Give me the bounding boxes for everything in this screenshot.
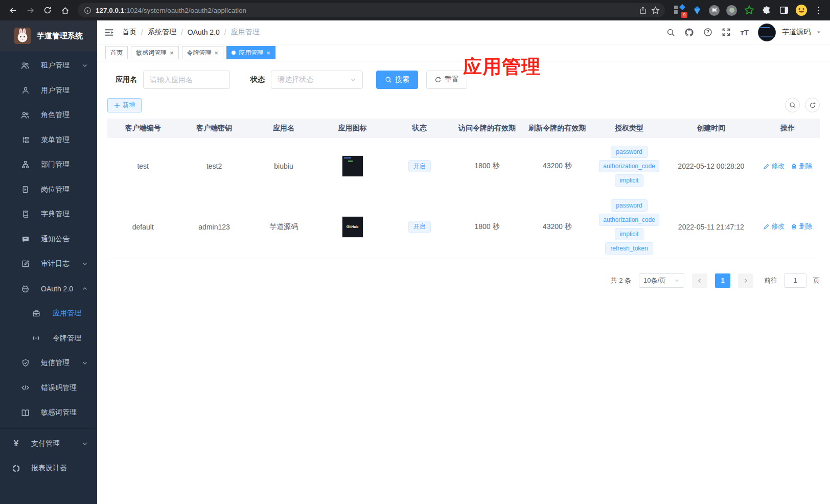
user-caret-down-icon[interactable] bbox=[816, 29, 822, 35]
extension-green-star-icon[interactable] bbox=[743, 4, 755, 17]
sidebar-item-user[interactable]: 用户管理 bbox=[0, 78, 97, 103]
add-button[interactable]: 新增 bbox=[107, 98, 142, 112]
extension-gem-icon[interactable] bbox=[690, 4, 703, 17]
topbar: 首页/系统管理/OAuth 2.0/应用管理 тT 芋道源码 bbox=[97, 20, 830, 44]
sidebar-item-dept[interactable]: 部门管理 bbox=[0, 152, 97, 177]
yen-icon: ¥ bbox=[12, 439, 20, 448]
username[interactable]: 芋道源码 bbox=[782, 28, 811, 37]
sidebar-item-label: 敏感词管理 bbox=[41, 408, 77, 417]
sidebar-item-label: 令牌管理 bbox=[53, 334, 81, 343]
cell-actions: 修改删除 bbox=[755, 195, 820, 259]
github-icon[interactable] bbox=[684, 28, 694, 37]
cell-actions: 修改删除 bbox=[755, 138, 820, 195]
header-search-icon[interactable] bbox=[666, 28, 675, 37]
tabs-bar: 首页敏感词管理×令牌管理×应用管理× bbox=[97, 44, 830, 61]
shield-icon bbox=[21, 359, 30, 368]
breadcrumb-item[interactable]: 系统管理 bbox=[148, 28, 176, 37]
column-header-secret: 客户端密钥 bbox=[178, 119, 249, 138]
sidebar-item-oauth-app[interactable]: 应用管理 bbox=[0, 301, 97, 326]
font-size-icon[interactable]: тT bbox=[740, 28, 749, 37]
page-goto-input[interactable] bbox=[784, 273, 806, 288]
show-search-toggle-button[interactable] bbox=[785, 98, 800, 112]
browser-reload-icon[interactable] bbox=[40, 3, 55, 18]
page-number-button[interactable]: 1 bbox=[715, 273, 730, 288]
tab-敏感词管理[interactable]: 敏感词管理× bbox=[131, 46, 179, 59]
browser-home-icon[interactable] bbox=[57, 3, 73, 18]
sidebar-item-audit[interactable]: 审计日志 bbox=[0, 251, 97, 277]
column-header-grants: 授权类型 bbox=[592, 119, 666, 138]
breadcrumb-item[interactable]: 首页 bbox=[122, 28, 136, 37]
reset-button[interactable]: 重置 bbox=[426, 71, 467, 89]
profile-avatar-emoji-icon[interactable] bbox=[795, 4, 808, 17]
app-icon-image: GitHub bbox=[342, 216, 363, 238]
grant-tag: authorization_code bbox=[599, 214, 659, 226]
extension-recorder-icon[interactable] bbox=[725, 4, 738, 17]
tab-close-icon[interactable]: × bbox=[215, 49, 219, 57]
breadcrumb-item[interactable]: OAuth 2.0 bbox=[188, 28, 220, 36]
app-logo[interactable]: 芋道管理系统 bbox=[0, 20, 97, 51]
browser-menu-icon[interactable] bbox=[812, 4, 825, 17]
sidebar-item-label: 岗位管理 bbox=[41, 185, 70, 194]
sidebar-item-sensitive[interactable]: 敏感词管理 bbox=[0, 400, 97, 425]
logo-rabbit-image bbox=[14, 28, 31, 44]
cell-grants: passwordauthorization_codeimplicitrefres… bbox=[592, 195, 666, 259]
page-size-select[interactable]: 10条/页 bbox=[639, 273, 684, 288]
sidebar-item-label: 报表设计器 bbox=[31, 464, 67, 473]
tab-close-icon[interactable]: × bbox=[170, 49, 174, 57]
column-header-actions: 操作 bbox=[755, 119, 820, 138]
cell-app_icon: GitHub bbox=[317, 195, 387, 259]
sidebar-item-tenant[interactable]: 租户管理 bbox=[0, 53, 97, 78]
sidebar-item-post[interactable]: 岗位管理 bbox=[0, 177, 97, 202]
app-name-input[interactable] bbox=[143, 71, 230, 89]
search-button[interactable]: 搜索 bbox=[376, 71, 418, 89]
column-header-app_icon: 应用图标 bbox=[317, 119, 387, 138]
tab-令牌管理[interactable]: 令牌管理× bbox=[182, 46, 224, 59]
site-info-icon[interactable] bbox=[84, 7, 91, 14]
sidebar-item-report[interactable]: 报表设计器 bbox=[0, 456, 97, 481]
extension-command-icon[interactable]: ⌘ bbox=[708, 4, 721, 17]
delete-link[interactable]: 删除 bbox=[791, 222, 812, 231]
refresh-table-button[interactable] bbox=[805, 98, 820, 112]
sidebar-item-menu[interactable]: 菜单管理 bbox=[0, 128, 97, 153]
sidebar-item-notice[interactable]: 通知公告 bbox=[0, 227, 97, 252]
share-icon[interactable] bbox=[639, 6, 647, 14]
next-page-button[interactable] bbox=[738, 273, 753, 288]
fullscreen-icon[interactable] bbox=[722, 28, 731, 37]
browser-forward-icon[interactable] bbox=[22, 3, 38, 18]
sidebar-item-oauth[interactable]: OAuth 2.0 bbox=[0, 277, 97, 302]
extensions-puzzle-icon[interactable] bbox=[760, 4, 773, 17]
grant-tag: refresh_token bbox=[605, 242, 653, 255]
tab-应用管理[interactable]: 应用管理× bbox=[226, 46, 275, 59]
code-icon bbox=[21, 383, 30, 392]
help-icon[interactable] bbox=[703, 28, 712, 37]
prev-page-button[interactable] bbox=[692, 273, 707, 288]
robot-icon bbox=[21, 284, 30, 293]
user-avatar[interactable] bbox=[758, 24, 776, 41]
sidebar-item-errcode[interactable]: 错误码管理 bbox=[0, 376, 97, 401]
column-header-app_name: 应用名 bbox=[250, 119, 317, 138]
sidebar-item-label: 角色管理 bbox=[41, 110, 70, 120]
app-name-label: 应用名 bbox=[116, 75, 137, 84]
toggle-search-icon bbox=[789, 102, 796, 109]
sidebar-item-sms[interactable]: 短信管理 bbox=[0, 351, 97, 376]
tab-label: 应用管理 bbox=[239, 49, 263, 57]
sidebar-item-role[interactable]: 角色管理 bbox=[0, 103, 97, 128]
side-panel-icon[interactable] bbox=[777, 4, 790, 17]
delete-link[interactable]: 删除 bbox=[791, 162, 812, 171]
tab-close-icon[interactable]: × bbox=[266, 49, 270, 57]
cell-refresh_ttl: 43200 秒 bbox=[523, 138, 592, 195]
tab-首页[interactable]: 首页 bbox=[105, 46, 128, 59]
column-header-status: 状态 bbox=[387, 119, 451, 138]
extension-tag-assistant-icon[interactable]: 9 bbox=[673, 4, 686, 17]
grant-type-tags: passwordauthorization_codeimplicit bbox=[594, 146, 664, 187]
status-select[interactable]: 请选择状态 bbox=[271, 71, 363, 89]
sidebar-item-dict[interactable]: 字典管理 bbox=[0, 202, 97, 227]
sidebar-item-pay[interactable]: ¥支付管理 bbox=[0, 431, 97, 456]
edit-link[interactable]: 修改 bbox=[763, 162, 785, 171]
bookmark-star-icon[interactable] bbox=[651, 6, 660, 15]
browser-back-icon[interactable] bbox=[5, 3, 20, 18]
edit-link[interactable]: 修改 bbox=[763, 222, 785, 231]
url-bar[interactable]: 127.0.0.1:1024/system/oauth2/oauth2/appl… bbox=[78, 3, 665, 17]
sidebar-collapse-icon[interactable] bbox=[104, 28, 114, 37]
sidebar-item-oauth-token[interactable]: 令牌管理 bbox=[0, 326, 97, 351]
